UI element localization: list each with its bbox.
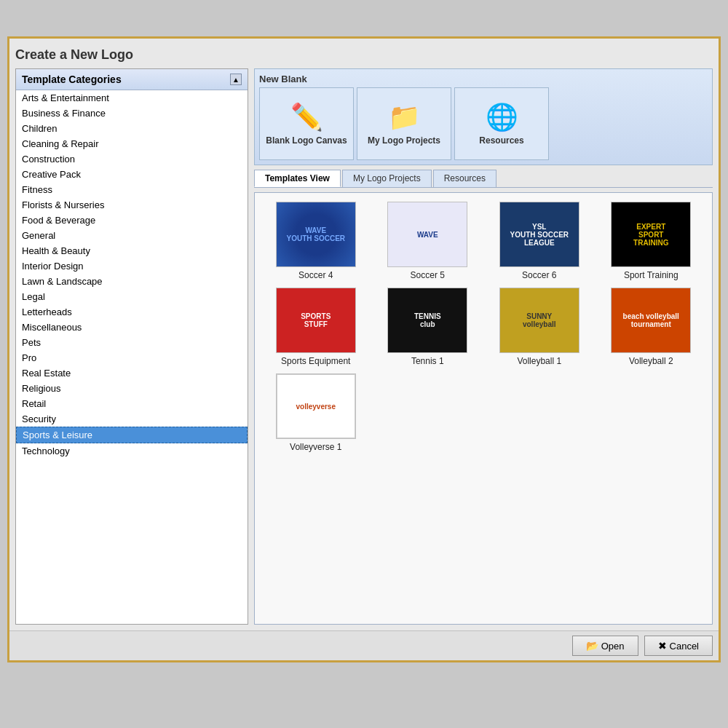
category-item-florists[interactable]: Florists & Nurseries: [16, 197, 248, 213]
template-item-sportsequip[interactable]: SPORTS STUFFSports Equipment: [264, 288, 368, 366]
template-item-soccer6[interactable]: YSL YOUTH SOCCER LEAGUESoccer 6: [487, 202, 592, 280]
template-thumb-tennis1: TENNIS club: [387, 288, 467, 353]
category-item-legal[interactable]: Legal: [16, 289, 248, 304]
category-list: Arts & EntertainmentBusiness & FinanceCh…: [16, 90, 248, 624]
bottom-bar: 📂 Open ✖ Cancel: [9, 630, 719, 660]
open-icon: 📂: [586, 640, 598, 652]
template-name-volleyball1: Volleyball 1: [517, 356, 561, 366]
template-item-sporttraining[interactable]: EXPERT SPORT TRAININGSport Training: [599, 202, 704, 280]
template-thumb-sportsequip: SPORTS STUFF: [276, 288, 356, 353]
template-name-soccer6: Soccer 6: [522, 270, 556, 280]
category-item-pro[interactable]: Pro: [16, 350, 248, 365]
category-item-religious[interactable]: Religious: [16, 381, 248, 396]
category-item-arts[interactable]: Arts & Entertainment: [16, 90, 248, 106]
tabs-bar: Templates ViewMy Logo ProjectsResources: [254, 170, 713, 188]
template-name-tennis1: Tennis 1: [411, 356, 444, 366]
blank-item-label-blank-canvas: Blank Logo Canvas: [266, 135, 347, 146]
main-area: Template Categories ▲ Arts & Entertainme…: [15, 68, 713, 625]
category-item-security[interactable]: Security: [16, 411, 248, 427]
template-item-volleyball1[interactable]: SUNNY volleyballVolleyball 1: [487, 288, 592, 366]
template-thumb-soccer4: WAVE YOUTH SOCCER: [276, 202, 356, 267]
dialog-title: Create a New Logo: [15, 44, 713, 64]
template-thumb-sporttraining: EXPERT SPORT TRAINING: [611, 202, 691, 267]
main-dialog: Create a New Logo Template Categories ▲ …: [7, 36, 721, 662]
tab-myprojects[interactable]: My Logo Projects: [342, 170, 432, 187]
cancel-label: Cancel: [670, 641, 699, 652]
template-name-sportsequip: Sports Equipment: [281, 356, 350, 366]
category-item-retail[interactable]: Retail: [16, 396, 248, 411]
template-thumb-volleyverse1: volleyverse: [276, 373, 356, 439]
templates-container[interactable]: WAVE YOUTH SOCCERSoccer 4WAVESoccer 5YSL…: [254, 192, 713, 625]
category-item-misc[interactable]: Miscellaneous: [16, 320, 248, 335]
template-name-volleyverse1: Volleyverse 1: [290, 442, 341, 452]
template-thumb-volleyball1: SUNNY volleyball: [499, 288, 579, 353]
template-item-soccer4[interactable]: WAVE YOUTH SOCCERSoccer 4: [264, 202, 368, 280]
category-item-technology[interactable]: Technology: [16, 443, 248, 459]
category-header-label: Template Categories: [22, 74, 122, 85]
open-label: Open: [601, 641, 625, 652]
tab-resources[interactable]: Resources: [433, 170, 496, 187]
category-item-sports[interactable]: Sports & Leisure: [16, 427, 248, 443]
category-item-realestate[interactable]: Real Estate: [16, 365, 248, 381]
template-name-soccer5: Soccer 5: [411, 270, 445, 280]
scroll-up-button[interactable]: ▲: [230, 74, 242, 85]
template-name-sporttraining: Sport Training: [624, 270, 678, 280]
templates-grid: WAVE YOUTH SOCCERSoccer 4WAVESoccer 5YSL…: [255, 193, 712, 461]
blank-item-resources[interactable]: 🌐Resources: [454, 87, 549, 160]
cancel-button[interactable]: ✖ Cancel: [644, 636, 713, 656]
category-item-general[interactable]: General: [16, 228, 248, 243]
category-panel: Template Categories ▲ Arts & Entertainme…: [15, 68, 248, 625]
template-item-volleyball2[interactable]: beach volleyball tournamentVolleyball 2: [599, 288, 704, 366]
template-thumb-soccer6: YSL YOUTH SOCCER LEAGUE: [499, 202, 579, 267]
category-panel-header: Template Categories ▲: [16, 69, 248, 90]
template-name-soccer4: Soccer 4: [298, 270, 333, 280]
new-blank-section: New Blank ✏️Blank Logo Canvas📁My Logo Pr…: [254, 68, 713, 165]
blank-item-label-resources: Resources: [479, 135, 523, 146]
cancel-icon: ✖: [658, 640, 667, 652]
template-item-soccer5[interactable]: WAVESoccer 5: [376, 202, 480, 280]
new-blank-items: ✏️Blank Logo Canvas📁My Logo Projects🌐Res…: [259, 87, 708, 160]
template-item-volleyverse1[interactable]: volleyverseVolleyverse 1: [264, 373, 368, 452]
blank-item-my-projects[interactable]: 📁My Logo Projects: [357, 87, 451, 160]
blank-item-icon-resources: 🌐: [486, 102, 518, 132]
category-item-food[interactable]: Food & Beverage: [16, 213, 248, 228]
category-item-pets[interactable]: Pets: [16, 335, 248, 350]
template-thumb-volleyball2: beach volleyball tournament: [611, 288, 691, 353]
category-item-cleaning[interactable]: Cleaning & Repair: [16, 136, 248, 151]
category-item-letterheads[interactable]: Letterheads: [16, 304, 248, 320]
category-item-interior[interactable]: Interior Design: [16, 258, 248, 274]
blank-item-label-my-projects: My Logo Projects: [368, 135, 440, 146]
category-item-children[interactable]: Children: [16, 121, 248, 136]
new-blank-label: New Blank: [259, 74, 708, 84]
template-item-tennis1[interactable]: TENNIS clubTennis 1: [376, 288, 480, 366]
category-item-construction[interactable]: Construction: [16, 151, 248, 167]
template-thumb-soccer5: WAVE: [387, 202, 467, 267]
blank-item-icon-my-projects: 📁: [388, 102, 421, 132]
category-item-health[interactable]: Health & Beauty: [16, 243, 248, 258]
template-name-volleyball2: Volleyball 2: [629, 356, 673, 366]
tab-templates[interactable]: Templates View: [254, 170, 341, 187]
category-item-business[interactable]: Business & Finance: [16, 106, 248, 121]
category-item-creative[interactable]: Creative Pack: [16, 167, 248, 182]
blank-item-blank-canvas[interactable]: ✏️Blank Logo Canvas: [259, 87, 354, 160]
blank-item-icon-blank-canvas: ✏️: [290, 102, 323, 132]
category-item-lawn[interactable]: Lawn & Landscape: [16, 274, 248, 289]
open-button[interactable]: 📂 Open: [572, 636, 638, 656]
right-panel: New Blank ✏️Blank Logo Canvas📁My Logo Pr…: [254, 68, 713, 625]
category-item-fitness[interactable]: Fitness: [16, 182, 248, 197]
